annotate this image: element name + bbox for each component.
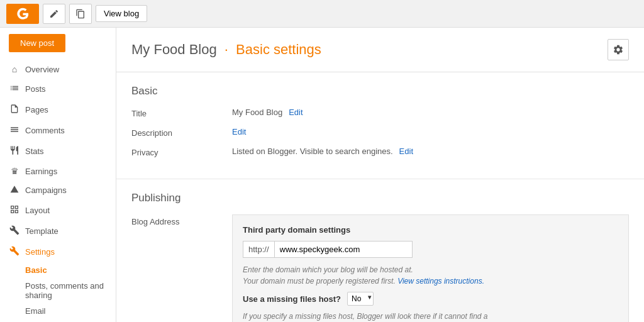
title-edit-link[interactable]: Edit [289, 108, 303, 117]
template-icon [9, 225, 20, 237]
publishing-box: Third party domain settings http:// Ente… [232, 214, 629, 322]
sidebar-item-label: Posts [25, 84, 46, 94]
title-row: Title My Food Blog Edit [131, 108, 629, 118]
sidebar-item-label: Overview [25, 65, 59, 74]
blogger-logo[interactable] [6, 4, 39, 24]
privacy-value: Listed on Blogger. Visible to search eng… [232, 147, 413, 156]
sidebar-item-label: Settings [25, 247, 55, 257]
privacy-text: Listed on Blogger. Visible to search eng… [232, 147, 393, 156]
posts-icon [9, 83, 20, 95]
sidebar-item-posts[interactable]: Posts [0, 79, 116, 99]
sidebar-item-stats[interactable]: Stats [0, 141, 116, 162]
home-icon: ⌂ [9, 64, 20, 74]
domain-input[interactable] [274, 241, 413, 258]
sidebar-item-label: Stats [25, 147, 44, 156]
sidebar-item-template[interactable]: Template [0, 221, 116, 242]
content-header: My Food Blog · Basic settings [116, 28, 644, 72]
stats-icon [9, 145, 20, 157]
description-edit-link[interactable]: Edit [232, 127, 246, 136]
privacy-edit-link[interactable]: Edit [399, 147, 413, 156]
privacy-row: Privacy Listed on Blogger. Visible to se… [131, 147, 629, 157]
sidebar-item-campaigns[interactable]: Campaigns [0, 180, 116, 200]
sidebar-item-earnings[interactable]: ♛ Earnings [0, 162, 116, 180]
publishing-box-wrapper: Third party domain settings http:// Ente… [232, 214, 629, 322]
sidebar-item-label: Comments [25, 126, 65, 135]
basic-section: Basic Title My Food Blog Edit Descriptio… [116, 72, 644, 179]
hint-text-1: Enter the domain which your blog will be… [243, 264, 618, 287]
privacy-label: Privacy [131, 147, 232, 157]
campaigns-icon [9, 185, 20, 196]
publishing-section-title: Publishing [131, 192, 629, 204]
copy-icon-btn[interactable] [69, 4, 92, 24]
publishing-section: Publishing Blog Address Third party doma… [116, 179, 644, 322]
settings-icon [9, 246, 20, 258]
missing-files-row: Use a missing files host? No [243, 292, 618, 306]
sidebar-item-comments[interactable]: Comments [0, 120, 116, 141]
sidebar-item-overview[interactable]: ⌂ Overview [0, 60, 116, 79]
sidebar-item-settings[interactable]: Settings [0, 242, 116, 262]
blog-address-row: Blog Address Third party domain settings… [131, 214, 629, 322]
sidebar-item-label: Layout [25, 206, 50, 215]
sidebar-sub-basic[interactable]: Basic [0, 262, 116, 278]
main-layout: New post ⌂ Overview Posts Pages Comments [0, 28, 644, 322]
title-value: My Food Blog Edit [232, 108, 303, 117]
breadcrumb: My Food Blog · Basic settings [131, 42, 321, 58]
domain-row: http:// [243, 241, 618, 258]
sidebar-item-pages[interactable]: Pages [0, 99, 116, 120]
layout-icon [9, 204, 20, 216]
view-settings-link[interactable]: View settings instructions. [397, 277, 484, 286]
page-title: Basic settings [236, 42, 321, 57]
sidebar: New post ⌂ Overview Posts Pages Comments [0, 28, 116, 322]
basic-section-title: Basic [131, 85, 629, 97]
sidebar-item-label: Earnings [25, 167, 57, 176]
missing-files-label: Use a missing files host? [243, 294, 341, 304]
domain-prefix: http:// [243, 241, 274, 258]
description-value: Edit [232, 127, 246, 136]
earnings-icon: ♛ [9, 166, 20, 176]
sidebar-item-label: Pages [25, 105, 48, 114]
settings-gear-button[interactable] [608, 39, 629, 60]
edit-icon-btn[interactable] [43, 4, 65, 24]
missing-files-select-wrapper: No [347, 292, 374, 306]
pub-subtitle: Third party domain settings [243, 225, 618, 235]
pages-icon [9, 104, 20, 116]
blog-address-label: Blog Address [131, 214, 232, 226]
comments-icon [9, 125, 20, 136]
title-label: Title [131, 108, 232, 118]
sidebar-sub-posts-comments[interactable]: Posts, comments and sharing [0, 278, 116, 303]
sidebar-item-label: Template [25, 226, 58, 236]
toolbar: View blog [0, 0, 644, 28]
description-row: Description Edit [131, 127, 629, 138]
sidebar-sub-email[interactable]: Email [0, 303, 116, 319]
blog-name: My Food Blog [131, 42, 217, 57]
view-blog-button[interactable]: View blog [96, 5, 147, 22]
hint-text-2: If you specify a missing files host, Blo… [243, 311, 618, 322]
sidebar-item-layout[interactable]: Layout [0, 200, 116, 221]
separator: · [225, 42, 228, 57]
title-text: My Food Blog [232, 108, 282, 117]
new-post-button[interactable]: New post [9, 34, 65, 52]
description-label: Description [131, 127, 232, 138]
sidebar-item-label: Campaigns [25, 186, 67, 195]
missing-files-select[interactable]: No [347, 292, 374, 306]
content-area: My Food Blog · Basic settings Basic Titl… [116, 28, 644, 322]
